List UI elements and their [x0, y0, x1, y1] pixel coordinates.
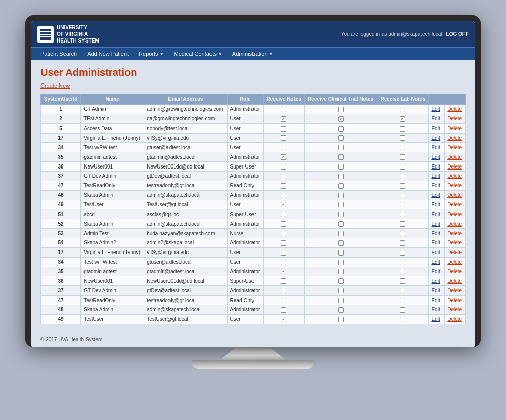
cell-email: gtuser@adtest.local — [144, 257, 227, 267]
cell-recv-clinical — [304, 257, 377, 267]
cell-recv-notes — [263, 105, 304, 114]
checkbox-icon — [281, 307, 286, 313]
edit-button[interactable]: Edit — [431, 307, 440, 312]
delete-button[interactable]: Delete — [447, 164, 462, 170]
cell-id: 37 — [41, 286, 81, 296]
cell-email: admin@skapatech.local — [144, 305, 227, 315]
cell-id: 36 — [41, 162, 81, 172]
cell-name: Test w/PW test — [81, 143, 144, 152]
edit-button[interactable]: Edit — [431, 125, 440, 131]
nav-reports[interactable]: Reports ▼ — [134, 48, 168, 60]
edit-button[interactable]: Edit — [431, 298, 440, 303]
delete-button[interactable]: Delete — [447, 154, 462, 160]
edit-button[interactable]: Edit — [431, 288, 440, 293]
cell-delete: Delete — [445, 133, 466, 143]
delete-button[interactable]: Delete — [447, 125, 462, 131]
table-row: 35gtadmin adtestgtadmin@adtest.localAdmi… — [41, 267, 466, 276]
delete-button[interactable]: Delete — [447, 106, 462, 112]
checkbox-icon — [338, 269, 344, 274]
table-row: 36NewUser001NewUser001dd@dd.localSuper-U… — [41, 162, 466, 172]
delete-button[interactable]: Delete — [447, 298, 462, 303]
delete-button[interactable]: Delete — [447, 202, 462, 207]
checkbox-icon — [338, 154, 344, 160]
cell-delete: Delete — [445, 200, 466, 209]
delete-button[interactable]: Delete — [447, 278, 462, 284]
delete-button[interactable]: Delete — [447, 269, 462, 274]
checkbox-icon — [400, 154, 405, 160]
cell-recv-lab — [377, 181, 429, 190]
delete-button[interactable]: Delete — [447, 116, 462, 121]
edit-button[interactable]: Edit — [431, 278, 440, 284]
cell-recv-clinical — [304, 181, 377, 190]
cell-delete: Delete — [445, 276, 466, 286]
delete-button[interactable]: Delete — [447, 221, 462, 227]
nav-patient-search[interactable]: Patient Search — [35, 48, 82, 60]
nav-add-new-patient[interactable]: Add New Patient — [82, 48, 134, 60]
cell-recv-clinical — [304, 114, 377, 123]
table-row: 47TestReadOnlytestreadonly@gt.localRead-… — [41, 181, 466, 190]
edit-button[interactable]: Edit — [431, 145, 440, 150]
cell-email: vlfSy@virginia.edu — [144, 247, 227, 257]
edit-button[interactable]: Edit — [431, 173, 440, 179]
edit-button[interactable]: Edit — [431, 192, 440, 198]
checkbox-icon — [400, 307, 405, 313]
cell-email: NewUser001dd@dd.local — [144, 276, 227, 286]
edit-button[interactable]: Edit — [431, 249, 440, 255]
cell-email: TestUser@gt.local — [144, 200, 227, 209]
table-row: 1GT Adminadmin@growingtechnologies.comAd… — [41, 105, 466, 114]
edit-button[interactable]: Edit — [431, 231, 440, 236]
checkbox-icon — [338, 174, 344, 179]
edit-button[interactable]: Edit — [431, 259, 440, 265]
delete-button[interactable]: Delete — [447, 173, 462, 179]
edit-button[interactable]: Edit — [431, 135, 440, 141]
cell-recv-clinical — [304, 229, 377, 238]
edit-button[interactable]: Edit — [431, 154, 440, 160]
create-new-link[interactable]: Create New — [40, 82, 70, 89]
cell-delete: Delete — [445, 143, 466, 152]
edit-button[interactable]: Edit — [431, 221, 440, 227]
edit-button[interactable]: Edit — [431, 202, 440, 207]
delete-button[interactable]: Delete — [447, 212, 462, 217]
edit-button[interactable]: Edit — [431, 316, 440, 322]
nav-administration[interactable]: Administration ▼ — [227, 48, 278, 60]
edit-button[interactable]: Edit — [431, 106, 440, 112]
checkbox-icon — [281, 240, 286, 246]
logoff-button[interactable]: LOG OFF — [446, 31, 469, 37]
table-row: 2TEst Adminqa@growingtechnologies.comUse… — [41, 114, 466, 123]
delete-button[interactable]: Delete — [447, 240, 462, 245]
cell-recv-notes — [263, 162, 304, 172]
checkbox-icon — [281, 231, 286, 236]
edit-button[interactable]: Edit — [431, 116, 440, 121]
delete-button[interactable]: Delete — [447, 316, 462, 322]
cell-recv-clinical — [304, 276, 377, 286]
cell-role: Administrator — [227, 219, 263, 229]
delete-button[interactable]: Delete — [447, 183, 462, 188]
edit-button[interactable]: Edit — [431, 240, 440, 245]
edit-button[interactable]: Edit — [431, 183, 440, 188]
delete-button[interactable]: Delete — [447, 192, 462, 198]
cell-delete: Delete — [445, 257, 466, 267]
cell-recv-notes — [263, 267, 304, 276]
cell-id: 1 — [41, 105, 81, 114]
svg-rect-1 — [40, 29, 51, 31]
delete-button[interactable]: Delete — [447, 307, 462, 312]
delete-button[interactable]: Delete — [447, 249, 462, 255]
delete-button[interactable]: Delete — [447, 135, 462, 141]
checkbox-icon — [338, 116, 344, 122]
monitor-frame: UNIVERSITY OF VIRGINIA HEALTH SYSTEM You… — [25, 15, 481, 347]
delete-button[interactable]: Delete — [447, 288, 462, 293]
cell-recv-notes — [263, 190, 304, 200]
delete-button[interactable]: Delete — [447, 259, 462, 265]
delete-button[interactable]: Delete — [447, 231, 462, 236]
nav-medical-contacts[interactable]: Medical Contacts ▼ — [169, 48, 227, 60]
cell-role: User — [227, 200, 263, 209]
cell-delete: Delete — [445, 152, 466, 162]
cell-email: testreadonly@gt.local — [144, 181, 227, 190]
edit-button[interactable]: Edit — [431, 269, 440, 274]
delete-button[interactable]: Delete — [447, 145, 462, 150]
edit-button[interactable]: Edit — [431, 164, 440, 170]
edit-button[interactable]: Edit — [431, 212, 440, 217]
cell-id: 47 — [41, 181, 81, 190]
cell-email: gtuser@adtest.local — [144, 143, 227, 152]
checkbox-icon — [338, 288, 344, 293]
